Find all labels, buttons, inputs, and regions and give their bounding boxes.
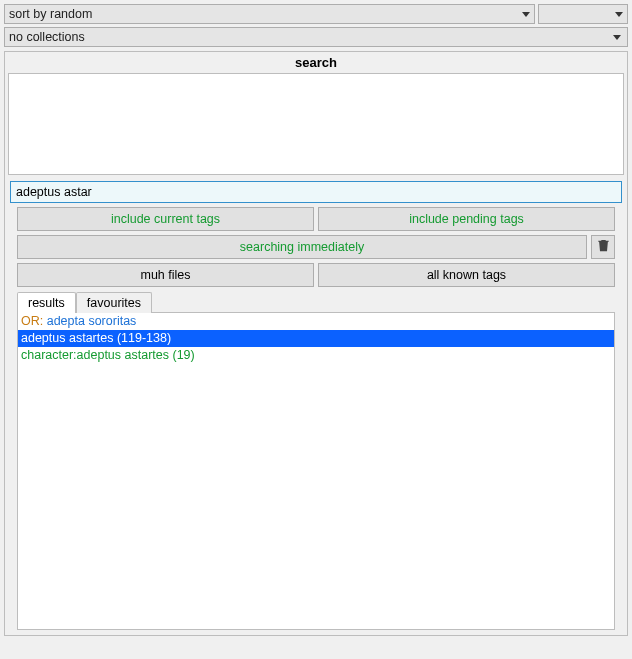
search-panel: search include current tags include pend… (4, 51, 628, 636)
include-pending-tags-button[interactable]: include pending tags (318, 207, 615, 231)
search-input[interactable] (10, 181, 622, 203)
tab-results[interactable]: results (17, 292, 76, 313)
collections-label: no collections (9, 30, 613, 44)
searching-mode-button[interactable]: searching immediately (17, 235, 587, 259)
include-current-tags-button[interactable]: include current tags (17, 207, 314, 231)
or-prefix: OR: (21, 314, 47, 328)
trash-button[interactable] (591, 235, 615, 259)
secondary-dropdown[interactable] (538, 4, 628, 24)
list-item[interactable]: OR: adepta sororitas (18, 313, 614, 330)
chevron-down-icon (522, 12, 530, 17)
chevron-down-icon (613, 35, 621, 40)
chevron-down-icon (615, 12, 623, 17)
list-item[interactable]: adeptus astartes (119-138) (18, 330, 614, 347)
tab-favourites[interactable]: favourites (76, 292, 152, 313)
search-header: search (5, 52, 627, 73)
sort-dropdown[interactable]: sort by random (4, 4, 535, 24)
results-list[interactable]: OR: adepta sororitas adeptus astartes (1… (17, 312, 615, 630)
muh-files-button[interactable]: muh files (17, 263, 314, 287)
or-value: adepta sororitas (47, 314, 137, 328)
sort-dropdown-label: sort by random (9, 7, 522, 21)
collections-dropdown[interactable]: no collections (4, 27, 628, 47)
list-item[interactable]: character:adeptus astartes (19) (18, 347, 614, 364)
trash-icon (597, 239, 610, 256)
all-known-tags-button[interactable]: all known tags (318, 263, 615, 287)
active-tags-area[interactable] (8, 73, 624, 175)
